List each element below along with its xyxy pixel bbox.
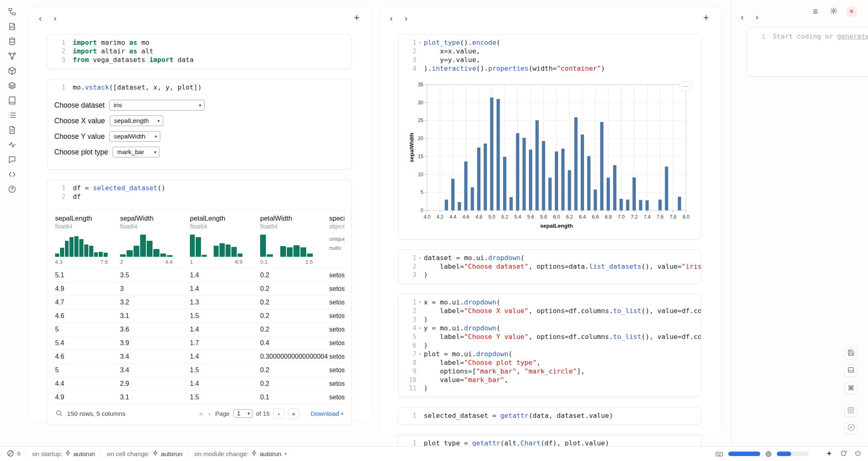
chevron-down-icon: ▾ xyxy=(285,452,287,456)
column-scroll-left-button[interactable]: ‹ xyxy=(386,13,397,23)
app-view-button[interactable] xyxy=(845,405,857,417)
column-header[interactable]: sepalLengthfloat644.37.9 xyxy=(54,210,119,268)
table-row[interactable]: 4.63.11.50.2setosa xyxy=(54,309,344,323)
panel-file-tree-button[interactable] xyxy=(6,7,18,18)
svg-text:4.4: 4.4 xyxy=(450,214,457,220)
plot-type-select[interactable]: mark_bar xyxy=(113,147,159,157)
autorun-setting[interactable]: on module change:autorun▾ xyxy=(194,450,286,458)
bar-chart[interactable]: 4.04.24.44.64.85.05.25.45.65.86.06.26.46… xyxy=(408,80,692,232)
panel-help-button[interactable] xyxy=(6,184,18,196)
fold-chevron-icon[interactable]: ▾ xyxy=(416,254,424,263)
table-cell: 4.9 xyxy=(54,282,119,295)
code-editor[interactable]: 1selected_dataset = getattr(data, datase… xyxy=(398,408,701,424)
table-row[interactable]: 53.61.40.2setosa xyxy=(54,323,344,336)
empty-cell[interactable]: 1 Start coding or generate with AI xyxy=(747,27,868,76)
prev-page-button[interactable]: ‹ xyxy=(208,410,212,418)
column-histogram[interactable] xyxy=(260,234,313,257)
code-editor[interactable]: 1import marimo as mo2import altair as al… xyxy=(47,35,351,69)
column-header[interactable]: sepalWidthfloat6424.4 xyxy=(119,210,189,268)
column-histogram[interactable] xyxy=(190,234,242,257)
y-value-select[interactable]: sepalWidth xyxy=(109,131,160,142)
cell-chart: 1▾plot_type().encode(2 x=x.value,3 y=y.v… xyxy=(398,34,701,240)
code-editor[interactable]: 1mo.vstack([dataset, x, y, plot]) xyxy=(47,79,351,96)
panel-layout-button[interactable] xyxy=(845,364,857,377)
table-row[interactable]: 53.41.50.2setosa xyxy=(54,363,344,377)
line-number: 8 xyxy=(398,359,416,367)
code-editor[interactable]: 1▾plot_type().encode(2 x=x.value,3 y=y.v… xyxy=(398,35,701,77)
settings-button[interactable] xyxy=(828,6,839,17)
column-scroll-right-button[interactable]: › xyxy=(50,13,60,23)
last-page-button[interactable]: » xyxy=(288,408,299,419)
table-row[interactable]: 4.73.21.30.2setosa xyxy=(54,295,344,309)
memory-usage-meter[interactable] xyxy=(728,452,760,456)
svg-text:25: 25 xyxy=(418,118,424,123)
download-button[interactable]: Download ▾ xyxy=(311,410,343,417)
column-scroll-left-button[interactable]: ‹ xyxy=(35,13,46,23)
panel-ai-chat-button[interactable] xyxy=(6,154,18,166)
run-all-button[interactable] xyxy=(845,422,857,434)
panel-code-file-button[interactable] xyxy=(6,21,18,33)
panel-variables-button[interactable] xyxy=(6,51,18,62)
chart-menu-button[interactable]: ⋯ xyxy=(679,81,692,91)
code-editor[interactable]: 1▾x = mo.ui.dropdown(2 label="Choose X v… xyxy=(398,294,701,397)
code-editor[interactable]: 1▾dataset = mo.ui.dropdown(2 label="Choo… xyxy=(398,250,701,284)
autorun-setting[interactable]: on cell change:autorun xyxy=(107,450,182,458)
column-scroll-right-button[interactable]: › xyxy=(752,12,762,22)
save-button[interactable] xyxy=(845,347,857,360)
panel-list-button[interactable] xyxy=(6,110,18,122)
gear-icon xyxy=(830,7,838,16)
ai-assist-button[interactable] xyxy=(826,450,833,458)
shutdown-button[interactable]: × xyxy=(846,6,857,17)
table-cell: 1.5 xyxy=(189,364,259,377)
table-row[interactable]: 4.63.41.40.30000000000000004setosa xyxy=(54,350,344,363)
x-value-select[interactable]: sepalLength xyxy=(110,115,163,126)
fold-chevron-icon[interactable]: ▾ xyxy=(416,324,424,333)
table-row[interactable]: 5.43.91.70.4setosa xyxy=(54,336,344,350)
column-header[interactable]: petalWidthfloat640.12.5 xyxy=(259,210,328,268)
fold-chevron-icon[interactable]: ▾ xyxy=(416,298,424,307)
resource-usage xyxy=(715,450,861,458)
keyboard-shortcuts-button[interactable]: ⌘ xyxy=(845,382,857,394)
page-select[interactable]: 1 xyxy=(233,409,252,418)
packages-icon xyxy=(8,67,16,76)
column-header[interactable]: speciesobjectunique:nulls: xyxy=(328,210,344,268)
restart-kernel-button[interactable] xyxy=(840,450,847,458)
svg-text:4.8: 4.8 xyxy=(476,214,482,220)
table-cell: setosa xyxy=(328,350,344,363)
panel-layers-button[interactable] xyxy=(6,81,18,92)
table-cell: 3.4 xyxy=(119,364,189,377)
panel-activity-button[interactable] xyxy=(6,140,18,151)
panel-snippets-button[interactable] xyxy=(6,169,18,181)
column-header[interactable]: petalLengthfloat6416.9 xyxy=(189,210,259,268)
column-scroll-left-button[interactable]: ‹ xyxy=(737,12,748,22)
shutdown-kernel-button[interactable] xyxy=(854,450,861,458)
errors-button[interactable]: 0 xyxy=(7,449,20,459)
column-scroll-right-button[interactable]: › xyxy=(401,13,411,23)
column-histogram[interactable] xyxy=(120,234,173,257)
line-number: 4 xyxy=(398,324,416,333)
column-histogram[interactable] xyxy=(55,234,108,257)
table-row[interactable]: 4.42.91.40.2setosa xyxy=(54,377,344,390)
fold-chevron-icon[interactable]: ▾ xyxy=(416,350,424,359)
table-row[interactable]: 4.931.40.2setosa xyxy=(54,282,344,295)
table-row[interactable]: 5.13.51.40.2setosa xyxy=(54,268,344,282)
autorun-setting[interactable]: on startup:autorun xyxy=(32,450,95,458)
dataset-select[interactable]: iris xyxy=(109,100,205,111)
table-cell: 0.4 xyxy=(259,337,328,350)
table-cell: 3.6 xyxy=(119,323,189,336)
panel-document-button[interactable] xyxy=(6,125,18,136)
add-cell-button[interactable]: + xyxy=(700,12,712,23)
code-editor[interactable]: 1df = selected_dataset()2df xyxy=(47,180,351,205)
generate-with-ai-link[interactable]: generate xyxy=(837,32,868,40)
first-page-button[interactable]: « xyxy=(198,410,203,418)
fold-chevron-icon[interactable]: ▾ xyxy=(416,39,424,47)
notebook-menu-button[interactable]: ≡ xyxy=(810,6,821,17)
panel-book-button[interactable] xyxy=(6,95,18,107)
table-search-button[interactable] xyxy=(55,409,63,418)
add-cell-button[interactable]: + xyxy=(351,12,362,23)
cpu-usage-meter[interactable] xyxy=(777,452,809,456)
panel-packages-button[interactable] xyxy=(6,66,18,77)
table-row[interactable]: 4.93.11.50.1setosa xyxy=(54,390,344,404)
next-page-button[interactable]: › xyxy=(273,408,284,419)
panel-database-button[interactable] xyxy=(6,36,18,48)
